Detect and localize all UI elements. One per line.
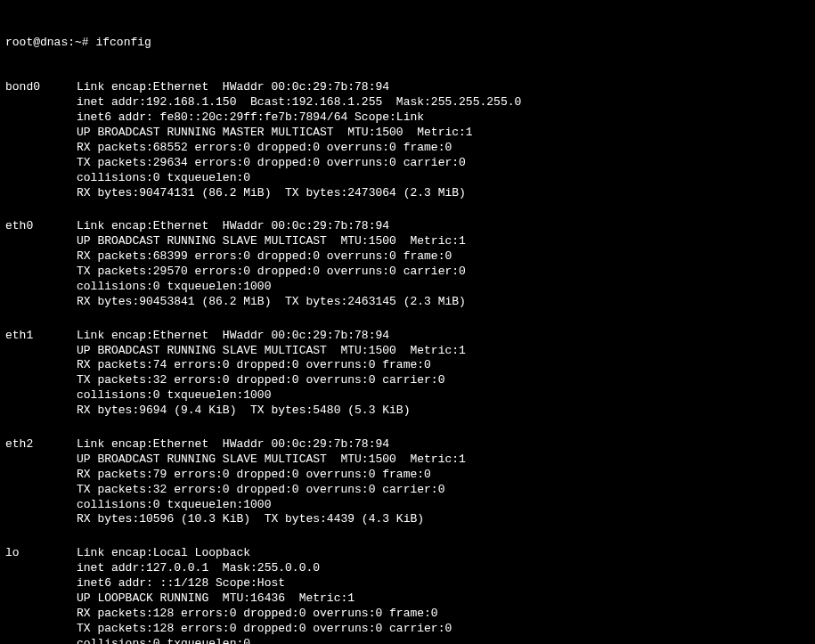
- interface-line: collisions:0 txqueuelen:0: [77, 171, 810, 186]
- interface-line: Link encap:Ethernet HWaddr 00:0c:29:7b:7…: [77, 219, 810, 234]
- interface-line: RX packets:128 errors:0 dropped:0 overru…: [77, 607, 810, 622]
- interface-name: eth2: [5, 437, 77, 527]
- interface-details: Link encap:Ethernet HWaddr 00:0c:29:7b:7…: [77, 329, 810, 419]
- interface-row: eth2Link encap:Ethernet HWaddr 00:0c:29:…: [5, 437, 810, 527]
- blank-line: [5, 201, 810, 216]
- interface-block-lo: loLink encap:Local Loopbackinet addr:127…: [5, 546, 810, 644]
- interface-block-bond0: bond0Link encap:Ethernet HWaddr 00:0c:29…: [5, 80, 810, 216]
- blank-line: [5, 310, 810, 325]
- interface-row: loLink encap:Local Loopbackinet addr:127…: [5, 546, 810, 644]
- ifconfig-output: bond0Link encap:Ethernet HWaddr 00:0c:29…: [5, 80, 810, 644]
- interface-line: UP BROADCAST RUNNING SLAVE MULTICAST MTU…: [77, 452, 810, 468]
- blank-line: [5, 419, 810, 434]
- interface-line: collisions:0 txqueuelen:1000: [77, 280, 810, 295]
- interface-line: collisions:0 txqueuelen:0: [77, 637, 810, 644]
- interface-row: eth0Link encap:Ethernet HWaddr 00:0c:29:…: [5, 219, 810, 309]
- interface-line: RX bytes:9694 (9.4 KiB) TX bytes:5480 (5…: [77, 404, 810, 419]
- interface-line: Link encap:Ethernet HWaddr 00:0c:29:7b:7…: [77, 437, 810, 452]
- interface-line: UP BROADCAST RUNNING SLAVE MULTICAST MTU…: [77, 344, 810, 359]
- interface-block-eth1: eth1Link encap:Ethernet HWaddr 00:0c:29:…: [5, 329, 810, 434]
- interface-line: inet addr:192.168.1.150 Bcast:192.168.1.…: [77, 95, 810, 110]
- command-text: ifconfig: [95, 36, 151, 51]
- interface-block-eth0: eth0Link encap:Ethernet HWaddr 00:0c:29:…: [5, 219, 810, 324]
- interface-line: UP BROADCAST RUNNING MASTER MULTICAST MT…: [77, 126, 810, 141]
- interface-details: Link encap:Local Loopbackinet addr:127.0…: [77, 546, 810, 644]
- interface-details: Link encap:Ethernet HWaddr 00:0c:29:7b:7…: [77, 437, 810, 527]
- interface-line: Link encap:Ethernet HWaddr 00:0c:29:7b:7…: [77, 329, 810, 344]
- interface-name: eth0: [5, 219, 77, 309]
- interface-row: eth1Link encap:Ethernet HWaddr 00:0c:29:…: [5, 329, 810, 419]
- interface-line: RX bytes:90474131 (86.2 MiB) TX bytes:24…: [77, 186, 810, 201]
- interface-line: inet addr:127.0.0.1 Mask:255.0.0.0: [77, 561, 810, 576]
- interface-name: eth1: [5, 329, 77, 419]
- interface-line: UP LOOPBACK RUNNING MTU:16436 Metric:1: [77, 591, 810, 607]
- interface-name: bond0: [5, 80, 77, 200]
- interface-line: TX packets:29634 errors:0 dropped:0 over…: [77, 156, 810, 171]
- interface-line: TX packets:29570 errors:0 dropped:0 over…: [77, 265, 810, 280]
- interface-name: lo: [5, 546, 77, 644]
- interface-line: TX packets:32 errors:0 dropped:0 overrun…: [77, 373, 810, 388]
- interface-line: collisions:0 txqueuelen:1000: [77, 388, 810, 404]
- interface-line: Link encap:Local Loopback: [77, 546, 810, 561]
- interface-line: RX bytes:10596 (10.3 KiB) TX bytes:4439 …: [77, 512, 810, 527]
- interface-line: RX packets:74 errors:0 dropped:0 overrun…: [77, 358, 810, 373]
- interface-line: collisions:0 txqueuelen:1000: [77, 498, 810, 513]
- shell-prompt: root@dnas:~#: [5, 36, 95, 51]
- terminal-output[interactable]: root@dnas:~# ifconfig bond0Link encap:Et…: [5, 5, 810, 644]
- interface-line: inet6 addr: ::1/128 Scope:Host: [77, 576, 810, 591]
- command-line: root@dnas:~# ifconfig: [5, 36, 810, 51]
- interface-line: RX packets:68399 errors:0 dropped:0 over…: [77, 249, 810, 265]
- interface-line: RX packets:68552 errors:0 dropped:0 over…: [77, 141, 810, 156]
- interface-line: UP BROADCAST RUNNING SLAVE MULTICAST MTU…: [77, 234, 810, 249]
- interface-details: Link encap:Ethernet HWaddr 00:0c:29:7b:7…: [77, 219, 810, 309]
- interface-line: RX bytes:90453841 (86.2 MiB) TX bytes:24…: [77, 295, 810, 310]
- interface-line: RX packets:79 errors:0 dropped:0 overrun…: [77, 468, 810, 483]
- interface-line: inet6 addr: fe80::20c:29ff:fe7b:7894/64 …: [77, 110, 810, 126]
- interface-line: TX packets:32 errors:0 dropped:0 overrun…: [77, 483, 810, 498]
- interface-details: Link encap:Ethernet HWaddr 00:0c:29:7b:7…: [77, 80, 810, 200]
- interface-block-eth2: eth2Link encap:Ethernet HWaddr 00:0c:29:…: [5, 437, 810, 542]
- interface-line: TX packets:128 errors:0 dropped:0 overru…: [77, 622, 810, 637]
- interface-line: Link encap:Ethernet HWaddr 00:0c:29:7b:7…: [77, 80, 810, 95]
- blank-line: [5, 527, 810, 542]
- interface-row: bond0Link encap:Ethernet HWaddr 00:0c:29…: [5, 80, 810, 200]
